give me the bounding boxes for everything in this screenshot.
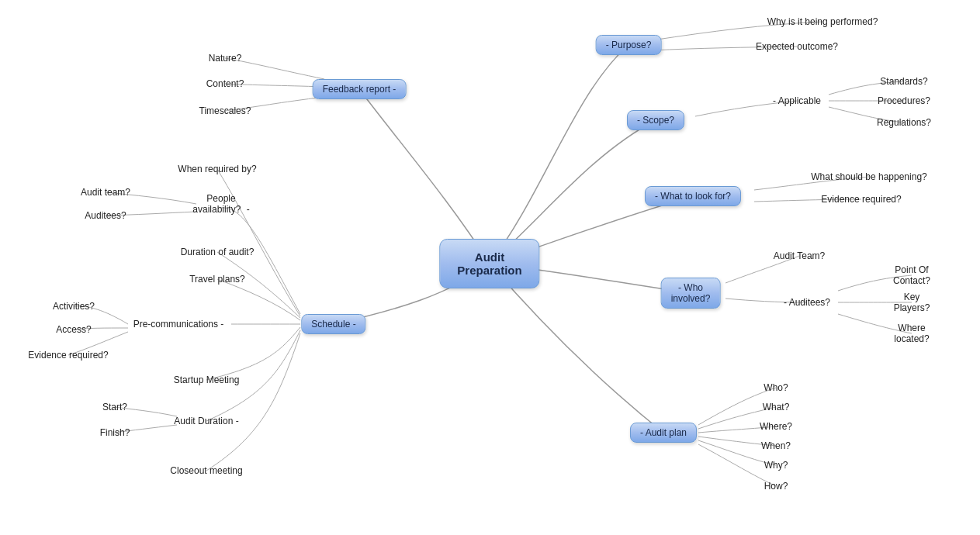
feedbackreport-node[interactable]: Feedback report - [313,79,407,99]
purpose-label: - Purpose? [606,40,652,50]
people-avail-text: Peopleavailability? - [192,193,249,215]
procedures-text: Procedures? [878,95,930,106]
auditplan-node[interactable]: - Audit plan [630,423,697,443]
startup-meeting-text: Startup Meeting [174,374,240,385]
content-text: Content? [206,78,244,89]
how-text: How? [764,481,788,492]
who-text: Who? [764,382,788,393]
duration-audit-text: Duration of audit? [181,247,255,257]
point-of-contact-text: Point OfContact? [893,264,930,286]
whattolookfor-node[interactable]: - What to look for? [645,186,741,206]
what-happening-text: What should be happening? [811,171,926,182]
schedule-box[interactable]: Schedule - [301,314,365,334]
schedule-node[interactable]: Schedule - [301,314,365,334]
mindmap-container: AuditPreparation - Purpose? - Scope? - W… [0,0,980,535]
when-text: When? [761,440,791,451]
center-node[interactable]: AuditPreparation [439,239,539,288]
feedbackreport-box[interactable]: Feedback report - [313,79,407,99]
whattolookfor-box[interactable]: - What to look for? [645,186,741,206]
audit-team-leaf-text: Audit Team? [774,250,826,261]
evidence-required1-text: Evidence required? [821,194,901,205]
purpose-box[interactable]: - Purpose? [596,35,662,55]
where-text: Where? [760,421,792,432]
whoinvolved-label: - Whoinvolved? [671,282,711,304]
applicable-text: - Applicable [773,95,821,106]
closeout-meeting-text: Closeout meeting [170,465,242,476]
pre-comm-text: Pre-communications - [133,319,224,330]
auditplan-label: - Audit plan [640,427,687,438]
expected-outcome-text: Expected outcome? [756,41,838,52]
scope-box[interactable]: - Scope? [627,110,684,130]
finish-text: Finish? [100,427,130,438]
regulations-text: Regulations? [877,117,931,128]
travel-plans-text: Travel plans? [189,274,245,285]
whoinvolved-node[interactable]: - Whoinvolved? [661,278,721,309]
access-text: Access? [56,324,91,335]
activities-text: Activities? [53,301,95,312]
auditees-leaf-text: - Auditees? [784,297,830,308]
nature-text: Nature? [209,53,242,64]
audit-duration-text: Audit Duration - [174,416,238,426]
center-node-box[interactable]: AuditPreparation [439,239,539,288]
what-text: What? [763,402,790,412]
key-players-text: KeyPlayers? [894,292,930,313]
evidence-required2-text: Evidence required? [28,350,108,361]
why-text: Why? [764,460,788,471]
scope-label: - Scope? [637,115,674,126]
auditees2-text: Auditees? [85,210,126,221]
whattolookfor-label: - What to look for? [655,191,731,202]
start-text: Start? [102,402,127,412]
purpose-node[interactable]: - Purpose? [596,35,662,55]
standards-text: Standards? [880,76,927,87]
schedule-label: Schedule - [311,319,355,330]
auditplan-box[interactable]: - Audit plan [630,423,697,443]
feedbackreport-label: Feedback report - [323,84,397,95]
where-located-text: Wherelocated? [894,323,929,344]
why-performed-text: Why is it being performed? [767,16,878,27]
when-required-text: When required by? [178,164,256,174]
timescales-text: Timescales? [199,105,251,116]
scope-node[interactable]: - Scope? [627,110,684,130]
whoinvolved-box[interactable]: - Whoinvolved? [661,278,721,309]
audit-team-text: Audit team? [81,187,130,198]
center-label: AuditPreparation [457,250,521,277]
